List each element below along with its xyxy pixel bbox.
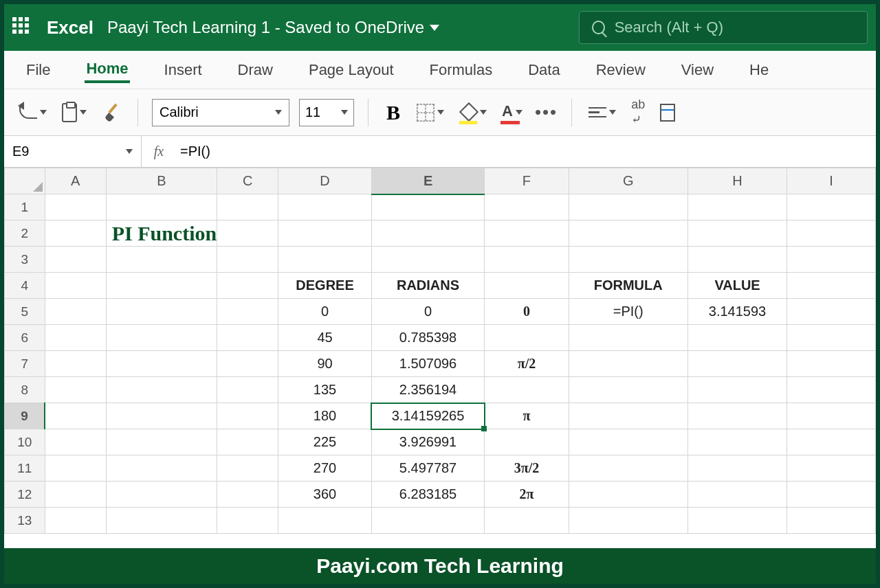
cell-G6[interactable] bbox=[569, 325, 688, 351]
cell-E8[interactable]: 2.356194 bbox=[371, 377, 485, 403]
cell-F10[interactable] bbox=[485, 429, 569, 455]
row-header-6[interactable]: 6 bbox=[5, 325, 45, 351]
select-all-corner[interactable] bbox=[5, 168, 45, 194]
cell-G1[interactable] bbox=[569, 194, 688, 220]
cell-D2[interactable] bbox=[278, 220, 371, 247]
cell-B6[interactable] bbox=[106, 325, 217, 351]
cell-B3[interactable] bbox=[106, 247, 217, 273]
row-header-11[interactable]: 11 bbox=[5, 455, 45, 482]
cell-A5[interactable] bbox=[45, 299, 106, 325]
paste-button[interactable] bbox=[59, 100, 89, 125]
cell-C1[interactable] bbox=[217, 194, 278, 220]
cell-B9[interactable] bbox=[106, 403, 217, 429]
cell-D11[interactable]: 270 bbox=[278, 455, 371, 482]
cell-F3[interactable] bbox=[485, 247, 569, 273]
font-size-selector[interactable]: 11 bbox=[299, 99, 354, 126]
cell-I9[interactable] bbox=[787, 403, 876, 429]
cell-C2[interactable] bbox=[217, 220, 278, 247]
cell-C10[interactable] bbox=[217, 429, 278, 455]
cell-E12[interactable]: 6.283185 bbox=[371, 482, 485, 508]
align-button[interactable] bbox=[586, 104, 619, 121]
cell-A11[interactable] bbox=[45, 455, 106, 482]
cell-H5[interactable]: 3.141593 bbox=[688, 299, 786, 325]
cell-C3[interactable] bbox=[217, 247, 278, 273]
cell-F1[interactable] bbox=[485, 194, 569, 220]
cell-E6[interactable]: 0.785398 bbox=[371, 325, 485, 351]
name-box[interactable]: E9 bbox=[4, 136, 142, 167]
cell-I8[interactable] bbox=[787, 377, 876, 403]
tab-data[interactable]: Data bbox=[527, 58, 561, 82]
cell-G13[interactable] bbox=[569, 508, 688, 534]
cell-C12[interactable] bbox=[217, 482, 278, 508]
cell-D8[interactable]: 135 bbox=[278, 377, 371, 403]
fx-icon[interactable]: fx bbox=[142, 144, 176, 159]
cell-C4[interactable] bbox=[217, 273, 278, 299]
cell-E1[interactable] bbox=[371, 194, 485, 220]
borders-button[interactable] bbox=[414, 101, 447, 124]
cell-E3[interactable] bbox=[371, 247, 485, 273]
tab-page-layout[interactable]: Page Layout bbox=[307, 58, 395, 82]
cell-G2[interactable] bbox=[569, 220, 688, 247]
cell-H3[interactable] bbox=[688, 247, 786, 273]
cell-D1[interactable] bbox=[278, 194, 371, 220]
cell-D6[interactable]: 45 bbox=[278, 325, 371, 351]
cell-B10[interactable] bbox=[106, 429, 217, 455]
cell-A6[interactable] bbox=[45, 325, 106, 351]
cell-A8[interactable] bbox=[45, 377, 106, 403]
cell-D4[interactable]: DEGREE bbox=[278, 273, 371, 299]
cell-H13[interactable] bbox=[688, 508, 786, 534]
cell-I10[interactable] bbox=[787, 429, 876, 455]
font-selector[interactable]: Calibri bbox=[152, 99, 289, 126]
formula-input[interactable] bbox=[176, 144, 876, 159]
cell-F6[interactable] bbox=[485, 325, 569, 351]
cell-H10[interactable] bbox=[688, 429, 786, 455]
cell-E10[interactable]: 3.926991 bbox=[371, 429, 485, 455]
format-painter-button[interactable] bbox=[99, 100, 124, 125]
column-header-I[interactable]: I bbox=[787, 168, 876, 194]
column-header-F[interactable]: F bbox=[485, 168, 569, 194]
row-header-4[interactable]: 4 bbox=[5, 273, 45, 299]
cell-H7[interactable] bbox=[688, 351, 786, 377]
cell-I6[interactable] bbox=[787, 325, 876, 351]
column-header-C[interactable]: C bbox=[217, 168, 278, 194]
cell-C5[interactable] bbox=[217, 299, 278, 325]
cell-H6[interactable] bbox=[688, 325, 786, 351]
cell-I3[interactable] bbox=[787, 247, 876, 273]
cell-A2[interactable] bbox=[45, 220, 106, 247]
cell-I12[interactable] bbox=[787, 482, 876, 508]
tab-view[interactable]: View bbox=[680, 58, 715, 82]
cell-D13[interactable] bbox=[278, 508, 371, 534]
cell-I13[interactable] bbox=[787, 508, 876, 534]
cell-G8[interactable] bbox=[569, 377, 688, 403]
cell-F7[interactable]: π/2 bbox=[485, 351, 569, 377]
cell-G4[interactable]: FORMULA bbox=[569, 273, 688, 299]
bold-button[interactable]: B bbox=[382, 101, 404, 124]
font-color-button[interactable]: A bbox=[499, 100, 525, 126]
cell-H11[interactable] bbox=[688, 455, 786, 482]
cell-H12[interactable] bbox=[688, 482, 786, 508]
cell-F4[interactable] bbox=[485, 273, 569, 299]
more-options-button[interactable]: ••• bbox=[535, 102, 558, 123]
cell-A12[interactable] bbox=[45, 482, 106, 508]
cell-D3[interactable] bbox=[278, 247, 371, 273]
tab-draw[interactable]: Draw bbox=[236, 58, 274, 82]
cell-G12[interactable] bbox=[569, 482, 688, 508]
cell-B7[interactable] bbox=[106, 351, 217, 377]
document-title[interactable]: Paayi Tech Learning 1 - Saved to OneDriv… bbox=[107, 18, 439, 37]
row-header-13[interactable]: 13 bbox=[5, 508, 45, 534]
cell-I1[interactable] bbox=[787, 194, 876, 220]
cell-F5[interactable]: 0 bbox=[485, 299, 569, 325]
column-header-D[interactable]: D bbox=[278, 168, 371, 194]
cell-B8[interactable] bbox=[106, 377, 217, 403]
cell-I4[interactable] bbox=[787, 273, 876, 299]
column-header-B[interactable]: B bbox=[106, 168, 217, 194]
cell-B12[interactable] bbox=[106, 482, 217, 508]
row-header-3[interactable]: 3 bbox=[5, 247, 45, 273]
search-box[interactable] bbox=[579, 11, 868, 44]
column-header-G[interactable]: G bbox=[569, 168, 688, 194]
cell-I5[interactable] bbox=[787, 299, 876, 325]
cell-G5[interactable]: =PI() bbox=[569, 299, 688, 325]
cell-E7[interactable]: 1.507096 bbox=[371, 351, 485, 377]
cell-E2[interactable] bbox=[371, 220, 485, 247]
tab-formulas[interactable]: Formulas bbox=[428, 58, 494, 82]
